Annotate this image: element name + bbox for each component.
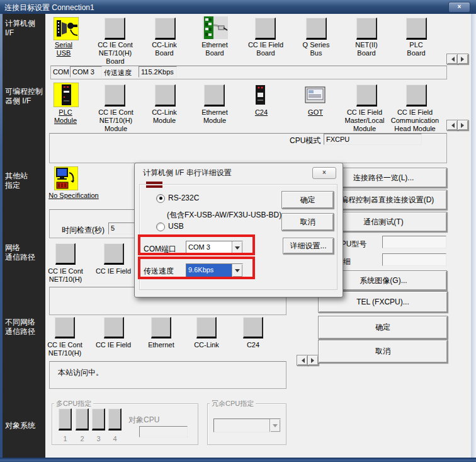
sidebar-label-pc-if: 计算机侧 I/F (5, 19, 35, 38)
usb-label: USB (168, 222, 184, 231)
rs232c-label: RS-232C (168, 193, 199, 202)
plc-if-scroll-left-button[interactable] (446, 120, 458, 130)
plc-if-item-c24[interactable]: C24 (242, 108, 280, 117)
plc-module-icon[interactable] (54, 83, 79, 107)
speed-label: 传送速度 (104, 68, 132, 78)
plc-if-scroll-right-button[interactable] (457, 120, 468, 130)
detail-field (382, 253, 446, 266)
pc-if-item-netii-board: NET(II) Board (342, 41, 391, 57)
cc-ie-field-board-icon[interactable] (255, 18, 276, 40)
got-icon[interactable] (305, 86, 326, 104)
detail-settings-button[interactable]: 详细设置... (283, 238, 334, 254)
pc-if-scroll-right-button[interactable] (457, 54, 468, 64)
dropdown-button (269, 419, 280, 432)
diff-ethernet-icon[interactable] (151, 317, 171, 338)
cpu-mode-field: FXCPU (324, 134, 422, 145)
redundant-cpu-value (214, 419, 269, 432)
arrow-left-icon (449, 123, 455, 128)
ethernet-board-icon[interactable] (203, 16, 228, 39)
net-item-cc-ie-field: CC IE Field (93, 267, 134, 275)
no-specification-icon[interactable] (54, 166, 78, 190)
diff-item-cc-ie-cont: CC IE Cont NET/10(H) (40, 341, 89, 357)
redundant-cpu-dropdown (213, 419, 281, 432)
diff-scroll-right-button[interactable] (307, 355, 319, 366)
rs232c-radio[interactable] (156, 194, 165, 203)
diff-scroll-left-button[interactable] (297, 355, 308, 366)
dialog-ok-button[interactable]: 确定 (281, 191, 334, 209)
pc-if-scroll-left-button[interactable] (446, 54, 458, 64)
pc-if-item-q-series-bus: Q Series Bus (292, 41, 341, 57)
sidebar-label-plc-if: 可编程控制 器侧 I/F (5, 87, 43, 106)
diff-item-ethernet: Ethernet (142, 341, 180, 349)
arrow-left-icon (299, 358, 305, 363)
window-close-button[interactable]: × (448, 2, 470, 13)
plc-if-item-cc-link-module: CC-Link Module (140, 108, 189, 125)
sidebar-label-network-route: 网络 通信路径 (5, 243, 35, 262)
arrow-right-icon (461, 57, 467, 62)
cc-ie-field-master-local-icon[interactable] (356, 84, 377, 107)
plc-if-item-cc-ie-cont-module: CC IE Cont NET/10(H) Module (91, 108, 140, 133)
cpu-slot-4-number: 4 (108, 435, 122, 443)
dialog-title: 计算机侧 I/F 串行详细设置 (143, 168, 232, 178)
cc-ie-cont-board-icon[interactable] (105, 18, 125, 40)
plc-if-item-got[interactable]: GOT (297, 108, 334, 117)
diff-item-cc-link: CC-Link (189, 341, 224, 349)
rs232c-note: (包含FX-USB-AW/FX3U-USB-BD) (167, 210, 281, 221)
cpu-slot-2-icon (76, 408, 89, 430)
time-check-field[interactable]: 5 (108, 222, 135, 234)
plc-if-item-cc-ie-field-comm-head: CC IE Field Communication Head Module (386, 108, 444, 133)
cpu-slot-2-number: 2 (76, 435, 89, 443)
sidebar (3, 14, 45, 458)
plc-if-item-plc-module[interactable]: PLC Module (43, 108, 88, 125)
com-value-field: COM 3 (70, 66, 102, 78)
time-check-label: 时间检查(秒) (62, 225, 105, 236)
window-border-bottom (0, 458, 476, 462)
arrow-right-icon (311, 358, 317, 363)
diff-item-cc-ie-field: CC IE Field (93, 341, 134, 349)
pc-if-item-ethernet-board: Ethernet Board (190, 41, 239, 57)
main-cancel-button[interactable]: 取消 (318, 340, 448, 363)
diff-c24-icon[interactable] (243, 317, 263, 338)
q-series-bus-icon[interactable] (306, 18, 327, 40)
cc-link-board-icon[interactable] (155, 18, 176, 40)
arrow-left-icon (449, 57, 455, 62)
no-specification-link[interactable]: No Specification (48, 192, 99, 200)
speed-value-field: 115.2Kbps (139, 66, 177, 78)
access-status-text: 本站访问中。 (58, 367, 103, 378)
cc-ie-cont-module-icon[interactable] (105, 84, 125, 107)
pc-if-item-serial-usb[interactable]: Serial USB (41, 41, 86, 57)
arrow-right-icon (461, 123, 467, 128)
diff-cc-link-icon[interactable] (196, 317, 217, 338)
sidebar-label-diff-network-route: 不同网络 通信路径 (5, 318, 35, 337)
diff-cc-ie-cont-icon[interactable] (55, 317, 75, 338)
plc-board-icon[interactable] (406, 18, 427, 40)
cpu-mode-label: CPU模式 (290, 136, 320, 146)
dialog-cancel-button[interactable]: 取消 (281, 213, 334, 231)
cpu-type-field (382, 236, 446, 248)
multi-cpu-label: 多CPU指定 (54, 399, 93, 408)
cc-link-module-icon[interactable] (155, 84, 176, 107)
pc-if-item-cc-link-board: CC-Link Board (140, 41, 189, 57)
dialog-close-button[interactable]: × (312, 167, 336, 179)
c24-icon[interactable] (254, 84, 268, 106)
diff-item-c24: C24 (235, 341, 271, 349)
cc-ie-field-comm-head-icon[interactable] (406, 84, 427, 107)
annotation-box-speed (138, 257, 255, 279)
multi-cpu-groupbox (52, 403, 198, 445)
usb-radio[interactable] (156, 222, 165, 231)
cpu-slot-1-number: 1 (59, 435, 72, 443)
cpu-slot-4-icon (108, 408, 122, 430)
net-cc-ie-field-icon[interactable] (104, 243, 124, 265)
target-cpu-label: 对象CPU (128, 415, 159, 425)
diff-cc-ie-field-icon[interactable] (104, 317, 124, 338)
sidebar-label-other-station: 其他站 指定 (5, 171, 28, 190)
pc-if-item-plc-board: PLC Board (392, 41, 441, 57)
netii-board-icon[interactable] (356, 18, 377, 40)
ethernet-module-icon[interactable] (204, 84, 225, 107)
serial-usb-icon[interactable] (54, 17, 79, 40)
chevron-down-icon (273, 424, 278, 430)
net-cc-ie-cont-icon[interactable] (55, 243, 76, 265)
serial-detail-dialog: 计算机侧 I/F 串行详细设置 × RS-232C (包含FX-USB-AW/F… (134, 163, 343, 297)
sidebar-label-target-system: 对象系统 (5, 421, 35, 430)
main-ok-button[interactable]: 确定 (318, 316, 448, 339)
